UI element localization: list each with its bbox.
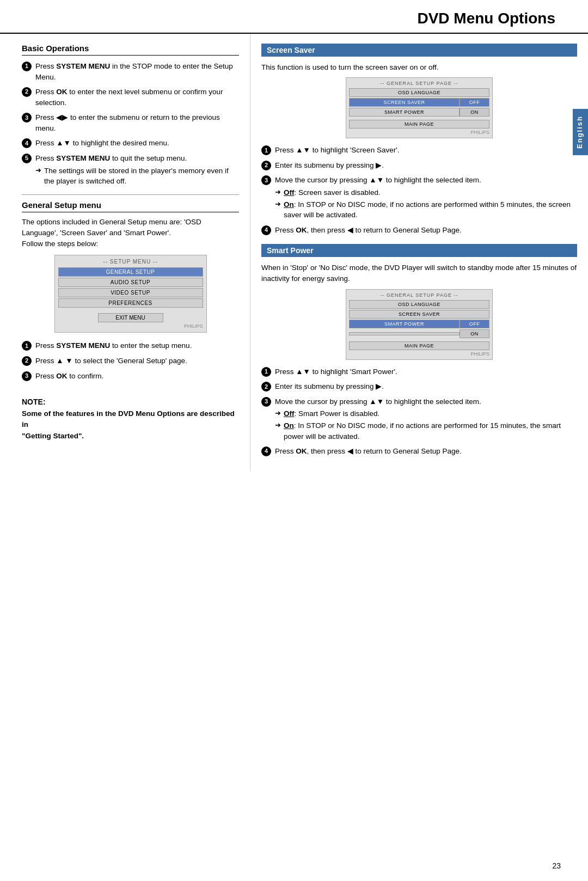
ss-cell-main: MAIN PAGE [349, 120, 489, 129]
screen-saver-intro: This function is used to turn the screen… [261, 62, 577, 73]
sp-row-smart: SMART POWER OFF [349, 320, 489, 328]
num-5: 5 [22, 154, 32, 163]
sp-cell-osd: OSD LANGUAGE [349, 300, 489, 309]
gen-num-1: 1 [22, 341, 32, 351]
gen-step-1: 1 Press SYSTEM MENU to enter the setup m… [22, 340, 239, 351]
basic-ops-text-4: Press ▲▼ to highlight the desired menu. [35, 138, 239, 149]
sp-cell-screen: SCREEN SAVER [349, 310, 489, 319]
sp-text-3: Move the cursor by pressing ▲▼ to highli… [275, 396, 577, 442]
general-setup-intro: The options included in General Setup me… [22, 217, 239, 250]
ss-arrow-2: ➜ [275, 199, 281, 210]
ss-row-smart: SMART POWER ON [349, 108, 489, 117]
diagram-cell-audio: AUDIO SETUP [58, 278, 203, 287]
arrow-sym-1: ➜ [35, 166, 41, 176]
basic-ops-text-3: Press ◀▶ to enter the submenu or return … [35, 112, 239, 133]
gen-step-2: 2 Press ▲ ▼ to select the 'General Setup… [22, 356, 239, 366]
gen-text-3: Press OK to confirm. [35, 371, 239, 382]
sp-row-on: ON [349, 329, 489, 338]
sp-note-on: On: In STOP or No DISC mode, if no actio… [284, 420, 577, 442]
diagram-row-audio: AUDIO SETUP [58, 278, 203, 287]
ss-text-1: Press ▲▼ to highlight 'Screen Saver'. [275, 145, 577, 156]
diagram-cell-pref: PREFERENCES [58, 298, 203, 308]
smart-power-intro: When in 'Stop' or 'No Disc' mode, the DV… [261, 262, 577, 285]
sp-cell-smart: SMART POWER [349, 320, 460, 328]
sp-diag-btn: PHILIPS [349, 351, 489, 357]
diagram-btn-label-1: PHILIPS [58, 323, 203, 329]
diagram-row-pref: PREFERENCES [58, 298, 203, 308]
sp-cell-smart-off: OFF [460, 320, 489, 328]
basic-ops-text-5: Press SYSTEM MENU to quit the setup menu… [35, 153, 239, 187]
ss-row-screen: SCREEN SAVER OFF [349, 98, 489, 107]
basic-ops-item-4: 4 Press ▲▼ to highlight the desired menu… [22, 138, 239, 149]
smart-power-title: Smart Power [261, 244, 577, 257]
sp-arrow-2: ➜ [275, 420, 281, 431]
ss-cell-smart: SMART POWER [349, 108, 460, 117]
sp-text-2: Enter its submenu by pressing ▶. [275, 381, 577, 392]
basic-ops-note-1: The settings will be stored in the playe… [44, 166, 239, 187]
page-title: DVD Menu Options [0, 0, 588, 34]
ss-note-on: On: In STOP or No DISC mode, if no actio… [284, 199, 577, 221]
note-title: NOTE: [22, 397, 239, 406]
ss-cell-screen: SCREEN SAVER [349, 98, 460, 107]
basic-ops-item-2: 2 Press OK to enter the next level subme… [22, 87, 239, 108]
ss-step-4: 4 Press OK, then press ◀ to return to Ge… [261, 225, 577, 236]
sp-step-1: 1 Press ▲▼ to highlight 'Smart Power'. [261, 366, 577, 377]
ss-note-off: Off: Screen saver is disabled. [284, 187, 381, 198]
sp-cell-empty [349, 332, 460, 335]
ss-num-3: 3 [261, 175, 271, 185]
sp-row-osd: OSD LANGUAGE [349, 300, 489, 309]
ss-num-2: 2 [261, 161, 271, 170]
page-number: 23 [552, 861, 561, 870]
ss-text-3: Move the cursor by pressing ▲▼ to highli… [275, 175, 577, 220]
setup-menu-diagram: -- SETUP MENU -- GENERAL SETUP AUDIO SET… [54, 255, 207, 333]
diagram-cell-general: GENERAL SETUP [58, 267, 203, 277]
gen-text-2: Press ▲ ▼ to select the 'General Setup' … [35, 356, 239, 366]
screen-saver-diagram: -- GENERAL SETUP PAGE -- OSD LANGUAGE SC… [346, 77, 493, 138]
num-3: 3 [22, 113, 32, 123]
sp-note-off: Off: Smart Power is disabled. [284, 408, 379, 419]
smart-power-diagram: -- GENERAL SETUP PAGE -- OSD LANGUAGE SC… [346, 289, 493, 360]
general-setup-title: General Setup menu [22, 200, 239, 212]
sp-text-4: Press OK, then press ◀ to return to Gene… [275, 446, 577, 457]
ss-cell-osd: OSD LANGUAGE [349, 88, 489, 97]
note-text: Some of the features in the DVD Menu Opt… [22, 408, 239, 442]
basic-ops-item-1: 1 Press SYSTEM MENU in the STOP mode to … [22, 61, 239, 82]
basic-ops-item-3: 3 Press ◀▶ to enter the submenu or retur… [22, 112, 239, 133]
sp-row-main: MAIN PAGE [349, 341, 489, 350]
ss-step-2: 2 Enter its submenu by pressing ▶. [261, 160, 577, 171]
ss-row-main: MAIN PAGE [349, 120, 489, 129]
content-area: Basic Operations 1 Press SYSTEM MENU in … [0, 34, 588, 471]
english-tab: English [573, 109, 588, 155]
diagram-row-video: VIDEO SETUP [58, 288, 203, 297]
basic-ops-text-1: Press SYSTEM MENU in the STOP mode to en… [35, 61, 239, 82]
ss-arrow-1: ➜ [275, 187, 281, 198]
ss-row-osd: OSD LANGUAGE [349, 88, 489, 97]
note-box: NOTE: Some of the features in the DVD Me… [22, 397, 239, 442]
sp-cell-main: MAIN PAGE [349, 341, 489, 350]
ss-step-3: 3 Move the cursor by pressing ▲▼ to high… [261, 175, 577, 220]
num-2: 2 [22, 87, 32, 97]
right-column: Screen Saver This function is used to tu… [250, 34, 588, 471]
basic-ops-title: Basic Operations [22, 44, 239, 56]
sp-text-1: Press ▲▼ to highlight 'Smart Power'. [275, 366, 577, 377]
basic-ops-item-5: 5 Press SYSTEM MENU to quit the setup me… [22, 153, 239, 187]
gen-num-2: 2 [22, 356, 32, 366]
ss-diag-btn: PHILIPS [349, 130, 489, 135]
sp-row-screen: SCREEN SAVER [349, 310, 489, 319]
num-1: 1 [22, 62, 32, 71]
sp-arrow-1: ➜ [275, 408, 281, 419]
gen-num-3: 3 [22, 371, 32, 381]
sp-cell-on: ON [460, 329, 489, 338]
ss-text-4: Press OK, then press ◀ to return to Gene… [275, 225, 577, 236]
diagram-title-1: -- SETUP MENU -- [58, 259, 203, 265]
screen-saver-title: Screen Saver [261, 44, 577, 57]
ss-cell-screen-val: OFF [460, 98, 489, 107]
sp-diag-title: -- GENERAL SETUP PAGE -- [349, 292, 489, 298]
ss-step-1: 1 Press ▲▼ to highlight 'Screen Saver'. [261, 145, 577, 156]
sp-num-4: 4 [261, 446, 271, 456]
sp-num-3: 3 [261, 397, 271, 407]
ss-text-2: Enter its submenu by pressing ▶. [275, 160, 577, 171]
num-4: 4 [22, 138, 32, 148]
diagram-row-general: GENERAL SETUP [58, 267, 203, 277]
ss-diag-title: -- GENERAL SETUP PAGE -- [349, 81, 489, 86]
